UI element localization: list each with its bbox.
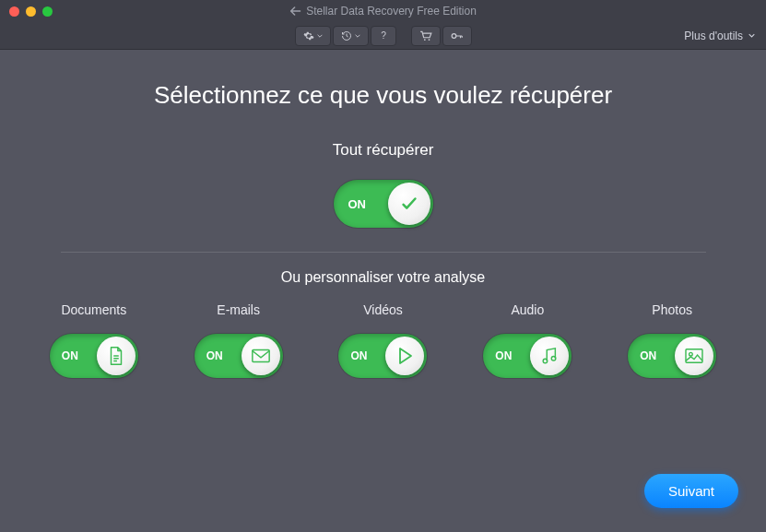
toggle-knob <box>530 337 569 375</box>
settings-button[interactable] <box>295 26 331 46</box>
minimize-window-button[interactable] <box>26 6 36 17</box>
toolbar: ? Plus d'outils <box>0 22 766 50</box>
emails-toggle[interactable]: ON <box>194 334 283 378</box>
mail-icon <box>251 348 271 364</box>
svg-rect-4 <box>252 350 268 362</box>
history-button[interactable] <box>333 26 369 46</box>
question-icon: ? <box>379 30 388 41</box>
photos-toggle[interactable]: ON <box>628 334 716 378</box>
cart-button[interactable] <box>411 26 441 46</box>
svg-point-8 <box>689 352 693 356</box>
category-label: Audio <box>511 302 544 317</box>
category-photos: Photos ON <box>603 302 741 378</box>
svg-point-2 <box>428 39 430 41</box>
window-controls <box>9 6 53 17</box>
svg-point-6 <box>552 356 557 361</box>
more-tools-menu[interactable]: Plus d'outils <box>684 22 755 49</box>
svg-text:?: ? <box>381 30 386 41</box>
chevron-down-icon <box>317 33 323 39</box>
titlebar: Stellar Data Recovery Free Edition <box>0 0 766 22</box>
page-title: Sélectionnez ce que vous voulez récupére… <box>0 81 766 110</box>
toggle-knob <box>385 337 424 375</box>
svg-rect-7 <box>686 349 702 362</box>
toggle-state-label: ON <box>640 349 656 362</box>
toggle-knob <box>242 337 280 375</box>
window-title: Stellar Data Recovery Free Edition <box>306 5 477 18</box>
chevron-down-icon <box>748 32 755 39</box>
history-icon <box>341 30 352 41</box>
toggle-state-label: ON <box>206 349 223 362</box>
checkmark-icon <box>399 194 419 214</box>
toolbar-button-group: ? <box>295 26 472 46</box>
documents-toggle[interactable]: ON <box>50 334 138 378</box>
help-button[interactable]: ? <box>371 26 396 46</box>
category-documents: Documents ON <box>25 302 163 378</box>
cart-icon <box>419 30 432 41</box>
svg-point-1 <box>423 39 425 41</box>
main-content: Sélectionnez ce que vous voulez récupére… <box>0 50 766 378</box>
more-tools-label: Plus d'outils <box>684 30 743 42</box>
close-window-button[interactable] <box>9 6 19 17</box>
recover-all-title: Tout récupérer <box>0 141 766 160</box>
videos-toggle[interactable]: ON <box>338 334 427 378</box>
toolbar-spacer <box>398 26 409 46</box>
document-icon <box>107 346 125 366</box>
category-label: Photos <box>652 302 692 317</box>
toggle-knob <box>675 337 713 375</box>
toggle-knob <box>388 183 430 225</box>
category-grid: Documents ON E-mails ON <box>0 302 766 378</box>
audio-toggle[interactable]: ON <box>483 334 572 378</box>
category-emails: E-mails ON <box>170 302 308 378</box>
category-audio: Audio ON <box>458 302 596 378</box>
toggle-state-label: ON <box>495 349 512 362</box>
recover-all-toggle[interactable]: ON <box>334 180 433 228</box>
customize-title: Ou personnaliser votre analyse <box>0 269 766 286</box>
toggle-state-label: ON <box>62 349 78 362</box>
zoom-window-button[interactable] <box>42 6 53 17</box>
category-label: Documents <box>61 302 126 317</box>
category-label: Vidéos <box>363 302 403 317</box>
toggle-state-label: ON <box>348 197 367 211</box>
next-button[interactable]: Suivant <box>644 474 738 508</box>
window-title-wrap: Stellar Data Recovery Free Edition <box>289 5 477 18</box>
key-button[interactable] <box>442 26 472 46</box>
back-arrow-icon <box>289 6 301 16</box>
svg-point-3 <box>452 33 456 38</box>
toggle-knob <box>97 337 136 375</box>
key-icon <box>451 30 464 41</box>
image-icon <box>684 348 704 364</box>
music-icon <box>540 346 559 366</box>
svg-point-5 <box>543 359 548 363</box>
category-videos: Vidéos ON <box>313 302 452 378</box>
category-label: E-mails <box>217 302 260 317</box>
chevron-down-icon <box>355 33 360 39</box>
toggle-state-label: ON <box>350 349 367 362</box>
gear-icon <box>303 30 314 41</box>
section-divider <box>61 252 706 253</box>
play-icon <box>396 347 413 365</box>
